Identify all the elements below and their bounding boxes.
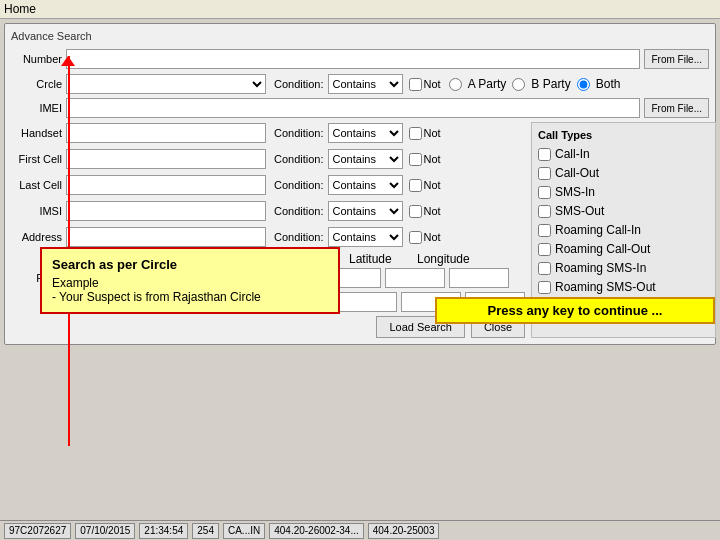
handset-input[interactable] [66,123,266,143]
tooltip-title: Search as per Circle [52,257,328,272]
call-types-title: Call Types [538,129,709,141]
roaming-sms-out-checkbox[interactable] [538,281,551,294]
roaming-call-out-item: Roaming Call-Out [538,242,709,256]
latitude-col-header: Latitude [349,252,409,266]
status-long: 404.20-25003 [368,523,440,539]
sms-in-checkbox[interactable] [538,186,551,199]
home-label: Home [4,2,36,16]
roaming-sms-in-item: Roaming SMS-In [538,261,709,275]
tooltip-overlay: Search as per Circle Example - Your Susp… [40,247,340,314]
imsi-condition-select[interactable]: Contains [328,201,403,221]
imsi-not-checkbox[interactable] [409,205,422,218]
address-input[interactable] [66,227,266,247]
roaming-sms-out-label: Roaming SMS-Out [555,280,656,294]
circle-label: Crcle [11,78,66,90]
status-date: 07/10/2015 [75,523,135,539]
address-not-checkbox[interactable] [409,231,422,244]
imei-from-file-button[interactable]: From File... [644,98,709,118]
from-lat-input[interactable] [385,268,445,288]
handset-condition-select[interactable]: Contains [328,123,403,143]
roaming-call-in-checkbox[interactable] [538,224,551,237]
circle-not-label: Not [424,78,441,90]
call-out-label: Call-Out [555,166,599,180]
status-duration: 254 [192,523,219,539]
imsi-label: IMSI [11,205,66,217]
last-cell-not-checkbox[interactable] [409,179,422,192]
sms-in-item: SMS-In [538,185,709,199]
both-party-radio[interactable] [577,78,590,91]
status-lat: 404.20-26002-34... [269,523,364,539]
call-in-label: Call-In [555,147,590,161]
first-cell-condition-select[interactable]: Contains [328,149,403,169]
circle-condition-block: Condition: Contains Not [274,74,441,94]
circle-select[interactable] [66,74,266,94]
tooltip-line1: Example [52,276,328,290]
first-cell-input[interactable] [66,149,266,169]
title-bar: Home [0,0,720,19]
last-cell-condition-select[interactable]: Contains [328,175,403,195]
imsi-condition-label: Condition: [274,205,324,217]
status-time: 21:34:54 [139,523,188,539]
first-cell-not-checkbox[interactable] [409,153,422,166]
last-cell-condition-label: Condition: [274,179,324,191]
a-party-radio[interactable] [449,78,462,91]
number-from-file-button[interactable]: From File... [644,49,709,69]
roaming-sms-in-checkbox[interactable] [538,262,551,275]
b-party-label: B Party [531,77,570,91]
press-continue-banner: Press any key to continue ... [435,297,715,324]
number-label: Number [11,53,66,65]
last-cell-not-label: Not [424,179,441,191]
handset-label: Handset [11,127,66,139]
imei-row: IMEI From File... [11,98,709,118]
address-label: Address [11,231,66,243]
advance-search-panel: Advance Search Number From File... Crcle… [4,23,716,345]
last-cell-condition-block: Condition: Contains Not [274,175,441,195]
number-row: Number From File... [11,48,709,70]
sms-out-item: SMS-Out [538,204,709,218]
handset-row: Handset Condition: Contains Not [11,122,525,144]
address-condition-label: Condition: [274,231,324,243]
handset-not-checkbox[interactable] [409,127,422,140]
sms-out-checkbox[interactable] [538,205,551,218]
handset-condition-block: Condition: Contains Not [274,123,441,143]
imsi-input[interactable] [66,201,266,221]
address-condition-block: Condition: Contains Not [274,227,441,247]
imsi-condition-block: Condition: Contains Not [274,201,441,221]
longitude-col-header: Longitude [417,252,477,266]
main-container: Advance Search Number From File... Crcle… [0,19,720,537]
to-duration-input[interactable] [332,292,397,312]
first-cell-label: First Cell [11,153,66,165]
status-phone: 97C2072627 [4,523,71,539]
address-row: Address Condition: Contains Not [11,226,525,248]
imsi-row: IMSI Condition: Contains Not [11,200,525,222]
from-long-input[interactable] [449,268,509,288]
panel-title: Advance Search [11,30,709,42]
call-in-item: Call-In [538,147,709,161]
status-bar: 97C2072627 07/10/2015 21:34:54 254 CA...… [0,520,720,540]
imsi-not-label: Not [424,205,441,217]
circle-condition-label: Condition: [274,78,324,90]
number-input[interactable] [66,49,640,69]
last-cell-input[interactable] [66,175,266,195]
roaming-call-out-label: Roaming Call-Out [555,242,650,256]
both-party-label: Both [596,77,621,91]
address-not-label: Not [424,231,441,243]
roaming-sms-in-label: Roaming SMS-In [555,261,646,275]
roaming-call-in-label: Roaming Call-In [555,223,641,237]
circle-condition-select[interactable]: Contains [328,74,403,94]
first-cell-not-label: Not [424,153,441,165]
address-condition-select[interactable]: Contains [328,227,403,247]
sms-out-label: SMS-Out [555,204,604,218]
call-out-checkbox[interactable] [538,167,551,180]
b-party-radio[interactable] [512,78,525,91]
last-cell-row: Last Cell Condition: Contains Not [11,174,525,196]
circle-not-checkbox[interactable] [409,78,422,91]
circle-row: Crcle Condition: Contains Not A Party B … [11,74,709,94]
first-cell-row: First Cell Condition: Contains Not [11,148,525,170]
call-in-checkbox[interactable] [538,148,551,161]
imei-input[interactable] [66,98,640,118]
roaming-call-out-checkbox[interactable] [538,243,551,256]
imei-label: IMEI [11,102,66,114]
status-call-type: CA...IN [223,523,265,539]
sms-in-label: SMS-In [555,185,595,199]
